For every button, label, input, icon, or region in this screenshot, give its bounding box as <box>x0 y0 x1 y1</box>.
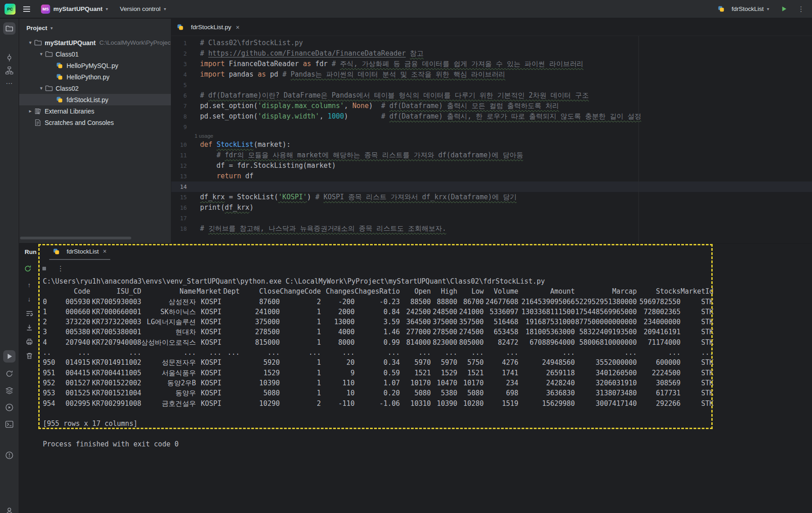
line-number[interactable]: 9 <box>171 122 192 132</box>
chevron-down-icon[interactable]: ▾ <box>37 85 45 91</box>
dots-glyph: ⋯ <box>6 79 13 88</box>
code-editor[interactable]: 1# Class02\fdrStockList.py2# https://git… <box>171 36 812 234</box>
tree-item-hellopython-py[interactable]: HelloPython.py <box>19 71 171 83</box>
code-line-14[interactable]: 14 <box>171 181 812 192</box>
cell: ... <box>681 347 714 358</box>
code-line-7[interactable]: 7pd.set_option('display.max_columns', No… <box>171 101 812 111</box>
run-anything-tool-icon[interactable] <box>3 401 15 414</box>
more-options-icon[interactable]: ⋮ <box>56 264 66 274</box>
usages-inlay-hint[interactable]: 1 usage <box>171 132 812 140</box>
line-number[interactable]: 2 <box>171 48 192 59</box>
code-line-13[interactable]: 13 return df <box>171 171 812 181</box>
cell: KOSPI <box>196 399 221 409</box>
version-control-widget[interactable]: Version control ▾ <box>116 4 170 14</box>
line-number[interactable]: 6 <box>171 90 192 101</box>
code-line-10[interactable]: 10def StockList(market): <box>171 140 812 150</box>
line-number[interactable]: 3 <box>171 59 192 69</box>
code-line-17[interactable]: 17 <box>171 213 812 223</box>
chevron-down-icon[interactable]: ▾ <box>37 51 45 57</box>
soft-wrap-button[interactable] <box>24 308 34 318</box>
line-number[interactable]: 16 <box>171 202 192 213</box>
line-number[interactable]: 17 <box>171 213 192 223</box>
tree-item-class01[interactable]: ▾Class01 <box>19 48 171 60</box>
code-line-2[interactable]: 2# https://github.com/FinanceData/Financ… <box>171 48 812 59</box>
chevron-down-icon[interactable]: ▾ <box>26 40 34 46</box>
code-line-1[interactable]: 1# Class02\fdrStockList.py <box>171 38 812 48</box>
tree-item-external-libraries[interactable]: ▸External Libraries <box>19 105 171 117</box>
code-line-9[interactable]: 9 <box>171 122 812 132</box>
horizontal-scrollbar[interactable] <box>20 237 131 239</box>
code-line-15[interactable]: 15df_krx = StockList('KOSPI') # KOSPI 종목… <box>171 192 812 202</box>
line-number[interactable]: 8 <box>171 111 192 122</box>
line-number[interactable]: 4 <box>171 69 192 80</box>
code-line-11[interactable]: 11 # fdr의 모듈을 사용해 market에 해당하는 종목 리스트를 가… <box>171 150 812 161</box>
up-stacktrace-button[interactable]: ↑ <box>24 280 34 290</box>
code-line-18[interactable]: 18# 깃허브를 참고해, 나스닥과 뉴욕증권거래소의 종목 리스트도 조회해보… <box>171 223 812 234</box>
line-number[interactable]: 1 <box>171 38 192 48</box>
code-line-3[interactable]: 3import FinanceDataReader as fdr # 주식, 가… <box>171 59 812 69</box>
line-number[interactable]: 18 <box>171 223 192 234</box>
line-number[interactable]: 11 <box>171 150 192 161</box>
scroll-to-end-button[interactable] <box>24 322 34 332</box>
rerun-button[interactable] <box>23 264 33 274</box>
structure-tool-icon[interactable] <box>3 64 15 77</box>
code-line-5[interactable]: 5 <box>171 80 812 90</box>
main-menu-icon[interactable] <box>20 3 33 16</box>
project-tool-icon[interactable] <box>3 22 15 35</box>
cell: 698 <box>484 388 519 398</box>
project-widget[interactable]: MS myStartUPQuant ▾ <box>37 3 112 16</box>
line-number[interactable]: 14 <box>171 181 192 192</box>
cell: 3.59 <box>355 317 400 327</box>
print-button[interactable] <box>24 337 34 347</box>
line-number[interactable]: 12 <box>171 161 192 171</box>
down-stacktrace-button[interactable]: ↓ <box>24 294 34 304</box>
tree-item-mystartupquant[interactable]: ▾myStartUPQuantC:\LocalMyWork\PyProject <box>19 37 171 48</box>
cell: 87600 <box>240 297 280 307</box>
cell: 성문전자우 <box>141 358 196 368</box>
clear-console-button[interactable] <box>24 351 34 361</box>
chevron-right-icon[interactable]: ▸ <box>26 108 34 114</box>
code-line-16[interactable]: 16print(df_krx) <box>171 202 812 213</box>
commit-tool-icon[interactable] <box>3 52 15 64</box>
tree-item-hellopymysql-py[interactable]: HelloPyMySQL.py <box>19 60 171 71</box>
line-number[interactable]: 15 <box>171 192 192 202</box>
more-tools-icon[interactable]: ⋯ <box>3 77 15 89</box>
tree-item-class02[interactable]: ▾Class02 <box>19 83 171 94</box>
tree-item-fdrstocklist-py[interactable]: fdrStockList.py <box>19 94 171 105</box>
project-panel-header[interactable]: Project ▾ <box>19 19 171 37</box>
editor-tab-fdrstocklist[interactable]: fdrStockList.py × <box>171 19 245 36</box>
cell: 20 <box>321 358 355 368</box>
close-icon[interactable]: × <box>103 248 107 255</box>
problems-tool-icon[interactable] <box>3 449 15 461</box>
run-config-widget[interactable]: fdrStockList ▾ <box>714 4 773 14</box>
cell: 0.99 <box>355 337 400 347</box>
tree-item-label: fdrStockList.py <box>67 96 108 104</box>
code-line-8[interactable]: 8pd.set_option('display.width', 1000) # … <box>171 111 812 122</box>
line-number[interactable]: 7 <box>171 101 192 111</box>
stop-button[interactable] <box>39 264 49 274</box>
code-token: ) <box>307 193 315 201</box>
cell: 15629980 <box>519 399 575 409</box>
console-row: 954002995KR7002991008금호건설우KOSPI102902-11… <box>43 399 714 409</box>
more-actions-icon[interactable]: ⋮ <box>795 3 807 16</box>
run-tab-fdrstocklist[interactable]: fdrStockList × <box>49 244 110 260</box>
line-number[interactable]: 13 <box>171 171 192 181</box>
code-line-4[interactable]: 4import pandas as pd # Pandas는 파이썬의 데이터 … <box>171 69 812 80</box>
line-number[interactable]: 10 <box>171 140 192 150</box>
run-console[interactable]: C:\Users\ryu1h\anaconda3\envs\venv_Start… <box>43 276 714 449</box>
cell: 005380 <box>59 327 90 337</box>
cell: 3206031910 <box>575 378 637 388</box>
line-number[interactable]: 5 <box>171 80 192 90</box>
close-icon[interactable]: × <box>236 24 240 31</box>
run-button[interactable] <box>777 3 790 16</box>
code-line-12[interactable]: 12 df = fdr.StockListing(market) <box>171 161 812 171</box>
run-tool-icon[interactable] <box>3 350 15 363</box>
cell: 815000 <box>240 337 280 347</box>
python-console-tool-icon[interactable] <box>3 368 15 380</box>
code-token: # Class02\fdrStockList.py <box>200 39 303 47</box>
profile-tool-icon[interactable] <box>3 505 15 513</box>
services-tool-icon[interactable] <box>3 384 15 397</box>
tree-item-scratches-and-consoles[interactable]: Scratches and Consoles <box>19 117 171 128</box>
code-line-6[interactable]: 6# df(Dataframe)이란? DataFrame은 Pandas에서 … <box>171 90 812 101</box>
terminal-tool-icon[interactable] <box>3 418 15 430</box>
